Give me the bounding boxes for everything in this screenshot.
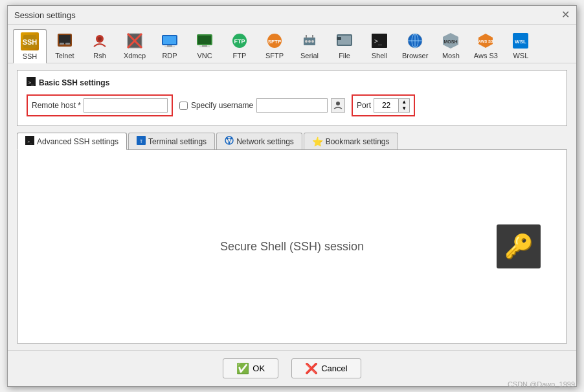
- xdmcp-label: Xdmcp: [124, 52, 146, 60]
- svg-point-24: [305, 40, 308, 43]
- tab-content: Secure Shell (SSH) session 🔑: [17, 150, 567, 343]
- shell-icon: >_: [370, 32, 388, 50]
- key-icon-box: 🔑: [497, 224, 541, 268]
- telnet-icon: [56, 32, 74, 50]
- svg-rect-27: [306, 35, 307, 38]
- session-text: Secure Shell (SSH) session: [220, 240, 364, 254]
- svg-text:FTP: FTP: [234, 38, 245, 45]
- protocol-rsh[interactable]: Rsh: [83, 28, 117, 63]
- username-icon-button[interactable]: [331, 98, 345, 113]
- rdp-icon: [161, 32, 179, 50]
- cancel-icon: ❌: [305, 362, 318, 375]
- sftp-label: SFTP: [265, 52, 284, 60]
- svg-rect-31: [337, 37, 341, 40]
- tab-terminal-label: Terminal settings: [148, 137, 207, 146]
- svg-text:>_: >_: [27, 139, 32, 144]
- protocol-browser[interactable]: Browser: [398, 28, 432, 63]
- ok-label: OK: [253, 364, 265, 373]
- svg-rect-18: [199, 47, 210, 47]
- protocol-mosh[interactable]: MOSH Mosh: [434, 28, 467, 63]
- svg-point-46: [336, 102, 340, 105]
- svg-rect-14: [164, 47, 175, 47]
- remote-host-group: Remote host *: [27, 94, 173, 116]
- watermark: CSDN @Dawn_1999: [508, 380, 575, 388]
- svg-rect-17: [202, 45, 207, 47]
- svg-line-56: [227, 138, 229, 143]
- port-decrement-button[interactable]: ▼: [399, 105, 409, 112]
- port-input[interactable]: 22: [374, 98, 398, 113]
- tab-bookmark[interactable]: ⭐ Bookmark settings: [304, 133, 398, 149]
- tabs-bar: >_ Advanced SSH settings T Terminal sett…: [17, 133, 567, 150]
- username-input[interactable]: [256, 98, 328, 113]
- network-icon: [225, 136, 234, 147]
- telnet-label: Telnet: [55, 52, 74, 60]
- ssh-icon: SSH: [21, 32, 39, 50]
- svg-point-25: [308, 40, 311, 43]
- protocol-serial[interactable]: Serial: [293, 28, 326, 63]
- basic-settings-form-row: Remote host * Specify username Port: [27, 94, 557, 116]
- bottom-bar: ✅ OK ❌ Cancel CSDN @Dawn_1999: [8, 350, 576, 386]
- terminal-icon: T: [137, 136, 146, 147]
- svg-rect-28: [312, 35, 313, 38]
- title-bar: Session settings ✕: [8, 6, 576, 25]
- protocol-xdmcp[interactable]: Xdmcp: [118, 28, 152, 63]
- basic-settings-section: >_ Basic SSH settings Remote host * Spec…: [17, 70, 567, 126]
- protocol-rdp[interactable]: RDP: [153, 28, 186, 63]
- cancel-label: Cancel: [321, 364, 347, 373]
- protocol-ssh[interactable]: SSH SSH: [13, 29, 47, 63]
- protocol-vnc[interactable]: VNC: [188, 28, 221, 63]
- dialog-title: Session settings: [14, 10, 76, 20]
- specify-username-checkbox[interactable]: [179, 102, 188, 110]
- svg-rect-3: [59, 35, 71, 44]
- tab-network-label: Network settings: [236, 137, 294, 146]
- rsh-label: Rsh: [93, 52, 106, 60]
- port-increment-button[interactable]: ▲: [399, 99, 409, 105]
- svg-rect-4: [60, 43, 64, 45]
- svg-rect-12: [163, 36, 176, 44]
- svg-rect-13: [167, 45, 172, 47]
- mosh-icon: MOSH: [442, 32, 460, 50]
- key-icon: 🔑: [504, 233, 533, 260]
- ok-button[interactable]: ✅ OK: [223, 358, 278, 378]
- cancel-button[interactable]: ❌ Cancel: [291, 358, 361, 378]
- wsl-label: WSL: [513, 52, 528, 60]
- browser-label: Browser: [402, 52, 428, 60]
- basic-settings-label: Basic SSH settings: [39, 78, 109, 87]
- svg-text:MOSH: MOSH: [444, 39, 458, 44]
- sftp-icon: SFTP: [265, 32, 284, 50]
- protocol-shell[interactable]: >_ Shell: [363, 28, 396, 63]
- ssh-label: SSH: [23, 52, 38, 60]
- svg-line-57: [229, 138, 231, 143]
- svg-text:AWS S3: AWS S3: [478, 39, 493, 43]
- basic-settings-icon: >_: [27, 77, 36, 88]
- aws-s3-icon: AWS S3: [477, 32, 495, 50]
- remote-host-input[interactable]: [84, 98, 168, 113]
- protocol-ftp[interactable]: FTP FTP: [223, 28, 256, 63]
- main-content: >_ Basic SSH settings Remote host * Spec…: [8, 63, 576, 350]
- vnc-icon: [196, 32, 214, 50]
- protocol-file[interactable]: File: [328, 28, 361, 63]
- tab-terminal[interactable]: T Terminal settings: [128, 133, 215, 149]
- rdp-label: RDP: [162, 52, 177, 60]
- tab-advanced-ssh[interactable]: >_ Advanced SSH settings: [17, 133, 127, 150]
- svg-text:>_: >_: [374, 38, 383, 45]
- tab-network[interactable]: Network settings: [216, 133, 302, 149]
- spinner-buttons: ▲ ▼: [398, 98, 410, 113]
- protocol-aws-s3[interactable]: AWS S3 Aws S3: [469, 28, 502, 63]
- protocol-telnet[interactable]: Telnet: [48, 28, 82, 63]
- svg-text:>_: >_: [28, 80, 34, 85]
- protocol-sftp[interactable]: SFTP SFTP: [258, 28, 291, 63]
- xdmcp-icon: [126, 32, 144, 50]
- svg-point-7: [98, 37, 102, 41]
- protocol-wsl[interactable]: WSL WSL: [504, 28, 537, 63]
- advanced-ssh-icon: >_: [25, 136, 34, 147]
- svg-text:WSL: WSL: [515, 39, 526, 45]
- svg-rect-5: [65, 43, 70, 45]
- serial-icon: [300, 32, 319, 50]
- port-spinner: 22 ▲ ▼: [374, 98, 410, 113]
- close-button[interactable]: ✕: [561, 10, 570, 20]
- session-settings-dialog: Session settings ✕ SSH SSH Telnet Rsh: [7, 5, 577, 387]
- session-info: Secure Shell (SSH) session 🔑: [17, 227, 567, 267]
- svg-text:SSH: SSH: [23, 38, 37, 46]
- file-label: File: [339, 52, 350, 60]
